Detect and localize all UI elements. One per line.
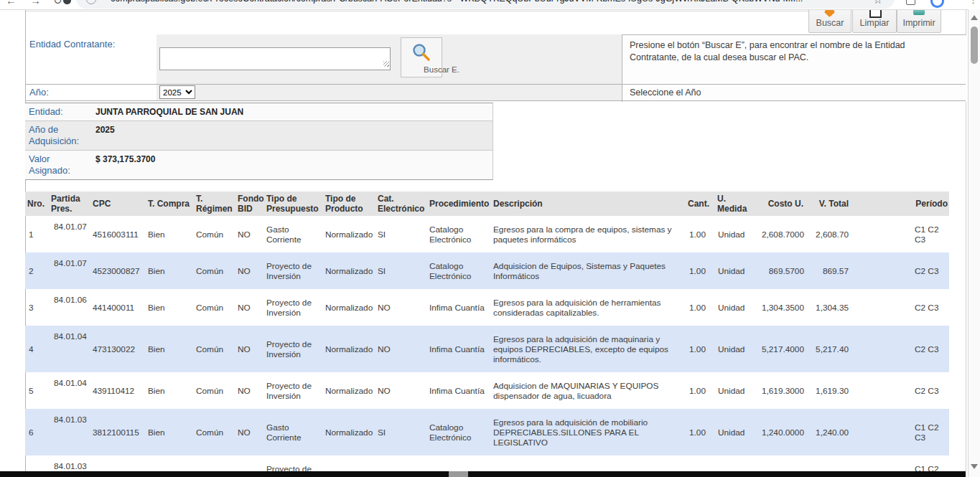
cell-t-compra: Bien: [146, 409, 194, 455]
cell-cat-electronico: SI: [375, 216, 427, 252]
periodo-value: C2 C3: [915, 266, 948, 276]
cell-descripcion: Adquisicion de MAQUINARIAS Y EQUIPOS dis…: [491, 372, 682, 409]
table-row: 684.01.033812100115BienComúnNOGasto Corr…: [25, 409, 949, 455]
anio-form-panel: [157, 85, 622, 101]
limpiar-button-label: Limpiar: [853, 18, 896, 28]
cell-u-medida: Unidad: [715, 216, 752, 252]
cell-v-total: 1,619.30: [806, 372, 851, 409]
cell-nro: 2: [25, 252, 49, 289]
cell-procedimiento: Infima Cuantía: [427, 289, 491, 326]
cell-cpc: 4523000827: [90, 252, 146, 289]
cell-periodo: C2 C3: [851, 372, 949, 409]
col-header-fondo-bid: Fondo BID: [235, 192, 264, 216]
url-text[interactable]: compraspublicas.gob.ec/ProcesoContrataci…: [111, 0, 803, 4]
back-icon[interactable]: ←: [6, 0, 17, 6]
cell-v-total: 2,608.70: [806, 216, 851, 252]
col-header-t-regimen: T. Régimen: [194, 192, 235, 216]
cell-t-compra: Bien: [146, 252, 194, 289]
cell-cat-electronico: NO: [375, 326, 427, 372]
col-header-tipo-producto: Tipo de Producto: [323, 192, 375, 216]
cell-partida-pres: 84.01.07: [49, 216, 90, 252]
cell-periodo: C2 C3: [851, 326, 949, 372]
col-header-t-compra: T. Compra: [146, 192, 194, 216]
col-header-cat-electronico: Cat. Electrónico: [375, 192, 427, 216]
cell-cat-electronico: NO: [375, 372, 427, 409]
side-panel-icon[interactable]: [906, 0, 915, 5]
cell-v-total: 5,217.40: [806, 326, 851, 372]
cell-cant: 1.00: [682, 289, 715, 326]
col-header-v-total: V. Total: [806, 192, 851, 216]
scroll-up-icon[interactable]: [971, 15, 978, 20]
vertical-scrollbar[interactable]: [968, 9, 980, 477]
cell-t-compra: Bien: [146, 216, 194, 252]
page: { "browser": { "url": "compraspublicas.g…: [0, 0, 980, 477]
cell-cant: 1.00: [682, 326, 715, 372]
reload-icon[interactable]: ↻: [53, 0, 62, 7]
textarea-resize-grip[interactable]: [383, 61, 389, 67]
cell-costo-u: 869.5700: [752, 252, 806, 289]
menu-dots-icon[interactable]: ⋮: [969, 0, 978, 5]
cell-fondo-bid: NO: [235, 252, 264, 289]
address-bar[interactable]: compraspublicas.gob.ec/ProcesoContrataci…: [76, 0, 895, 9]
content-top-border: [26, 11, 808, 11]
periodo-value: C1 C2 C3: [915, 422, 948, 443]
site-info-icon[interactable]: [86, 0, 96, 4]
entity-info-label: Año de Adquisición:: [25, 121, 92, 150]
cell-cpc: 441400011: [90, 289, 146, 326]
cell-partida-pres: 84.01.06: [49, 289, 90, 326]
cell-tipo-presupuesto: Proyecto de Inversión: [264, 372, 323, 409]
cell-tipo-producto: Normalizado: [323, 409, 375, 455]
cell-u-medida: Unidad: [715, 289, 752, 326]
cell-cant: 1.00: [682, 252, 715, 289]
col-header-descripcion: Descripción: [491, 192, 682, 216]
cell-cpc: 439110412: [90, 372, 146, 409]
magnifier-icon: [411, 42, 431, 62]
col-header-procedimiento: Procedimiento: [427, 192, 491, 216]
cell-fondo-bid: NO: [235, 326, 264, 372]
scroll-down-icon[interactable]: [971, 464, 978, 469]
pac-table: Nro.Partida Pres.CPCT. CompraT. RégimenF…: [25, 192, 949, 477]
table-header-row: Nro.Partida Pres.CPCT. CompraT. RégimenF…: [25, 192, 949, 216]
cell-descripcion: Egresos para la adquisición de herramien…: [491, 289, 682, 326]
row-divider: [25, 100, 966, 101]
cell-periodo: C1 C2 C3: [851, 216, 949, 252]
cell-cat-electronico: SI: [375, 409, 427, 455]
profile-avatar[interactable]: [930, 0, 944, 8]
table-row: 584.01.04439110412BienComúnNOProyecto de…: [25, 372, 949, 409]
table-row: 284.01.074523000827BienComúnNOProyecto d…: [25, 252, 949, 289]
col-header-tipo-presupuesto: Tipo de Presupuesto: [264, 192, 323, 216]
periodo-value: C2 C3: [915, 303, 948, 313]
cell-costo-u: 5,217.4000: [752, 326, 806, 372]
cell-fondo-bid: NO: [235, 289, 264, 326]
cell-nro: 4: [25, 326, 49, 372]
anio-select[interactable]: 2025: [159, 85, 195, 99]
cell-tipo-presupuesto: Gasto Corriente: [264, 409, 323, 455]
anio-label: Año:: [29, 87, 49, 98]
cell-t-regimen: Común: [194, 252, 235, 289]
table-row: 384.01.06441400011BienComúnNOProyecto de…: [25, 289, 949, 326]
cell-t-regimen: Común: [194, 289, 235, 326]
periodo-value: C2 C3: [915, 344, 948, 354]
col-header-cpc: CPC: [90, 192, 146, 216]
cell-procedimiento: Infima Cuantía: [427, 372, 491, 409]
entity-info-label: Valor Asignado:: [25, 151, 92, 179]
bookmark-star-icon[interactable]: ☆: [873, 0, 882, 6]
scrollbar-thumb[interactable]: [971, 27, 978, 64]
forward-icon[interactable]: →: [30, 0, 41, 6]
entity-info-row: Entidad:JUNTA PARROQUIAL DE SAN JUAN: [25, 103, 493, 121]
cell-descripcion: Egresos para la compra de equipos, siste…: [491, 216, 682, 252]
entidad-contratante-label: Entidad Contratante:: [29, 39, 115, 49]
cell-fondo-bid: NO: [235, 216, 264, 252]
cell-costo-u: 2,608.7000: [752, 216, 806, 252]
cell-t-compra: Bien: [146, 326, 194, 372]
cell-procedimiento: Infima Cuantía: [427, 326, 491, 372]
buscar-e-label: Buscar E.: [421, 65, 462, 74]
extension-icon[interactable]: [63, 0, 71, 4]
cell-tipo-presupuesto: Gasto Corriente: [264, 216, 323, 252]
cell-cant: 1.00: [682, 409, 715, 455]
bottom-bar: [0, 471, 966, 477]
cell-t-regimen: Común: [194, 409, 235, 455]
buscar-e-button[interactable]: Buscar E.: [401, 37, 442, 77]
cell-u-medida: Unidad: [715, 326, 752, 372]
entidad-input[interactable]: [159, 47, 391, 70]
